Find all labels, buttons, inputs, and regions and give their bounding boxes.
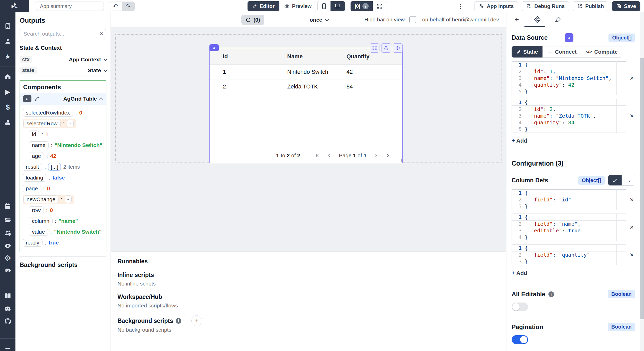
remove-item-button[interactable]: ×: [630, 75, 634, 81]
fullscreen-button[interactable]: [373, 1, 387, 11]
folder-icon[interactable]: [4, 216, 12, 223]
app-canvas[interactable]: a IdNameQuantity 1Nintendo Switch422Zeld…: [111, 27, 506, 251]
expand-component-button[interactable]: [370, 43, 379, 53]
output-key-chip[interactable]: selectedRowIndex: [23, 109, 73, 117]
expand-array-chip[interactable]: [...]: [48, 163, 61, 171]
app-summary-input[interactable]: [36, 2, 104, 11]
insert-component-tab[interactable]: +: [506, 12, 527, 27]
desktop-view-button[interactable]: [331, 1, 345, 11]
column-header[interactable]: Quantity: [346, 53, 402, 60]
clear-search-icon[interactable]: ×: [100, 30, 103, 37]
aggrid-table-component[interactable]: a IdNameQuantity 1Nintendo Switch422Zeld…: [209, 48, 403, 163]
dollar-icon[interactable]: $: [4, 103, 12, 111]
output-row[interactable]: age:42: [23, 151, 103, 161]
json-code-editor[interactable]: 1{2 "id": 1,3 "name": "Nintendo Switch",…: [512, 61, 626, 95]
column-header[interactable]: Id: [223, 53, 287, 60]
more-menu-icon[interactable]: ⋮: [457, 2, 464, 10]
chevron-down-icon[interactable]: [104, 57, 108, 61]
table-row[interactable]: 1Nintendo Switch42: [210, 65, 402, 79]
json-code-editor[interactable]: 1{2 "field": "quantity"3}: [512, 244, 626, 265]
output-row[interactable]: id:1: [23, 129, 103, 140]
move-component-button[interactable]: [393, 43, 403, 53]
github-icon[interactable]: [4, 317, 12, 325]
mobile-view-button[interactable]: [318, 1, 331, 11]
redo-button[interactable]: ↷: [122, 2, 134, 11]
output-key-chip[interactable]: result: [23, 163, 42, 171]
remove-item-button[interactable]: ×: [630, 112, 634, 119]
table-row[interactable]: 2Zelda TOTK84: [210, 79, 402, 94]
remove-item-button[interactable]: ×: [630, 224, 634, 231]
audit-eye-icon[interactable]: [4, 242, 12, 250]
output-row[interactable]: name:"Nintendo Switch": [23, 140, 103, 151]
output-row[interactable]: newChange:-: [23, 194, 103, 205]
user-icon[interactable]: [4, 37, 12, 45]
refresh-mode-dropdown[interactable]: once: [310, 15, 328, 25]
output-key-chip[interactable]: id: [29, 130, 39, 138]
output-row[interactable]: page:0: [23, 183, 103, 194]
settings-gear-icon[interactable]: ⚙: [4, 254, 12, 262]
output-row[interactable]: ready:true: [23, 237, 103, 248]
remove-item-button[interactable]: ×: [630, 251, 634, 258]
aggrid-component-header[interactable]: a AgGrid Table: [20, 93, 106, 105]
outputs-count-button[interactable]: |0| i: [351, 1, 373, 11]
output-key-chip[interactable]: column: [29, 217, 53, 225]
state-row[interactable]: state State: [20, 65, 106, 76]
static-tab[interactable]: Static: [512, 46, 543, 58]
output-key-chip[interactable]: page: [23, 185, 41, 192]
star-icon[interactable]: ★: [4, 53, 12, 60]
component-settings-tab[interactable]: [527, 12, 548, 27]
ai-robot-icon[interactable]: [4, 266, 12, 274]
output-row[interactable]: result:[...]2 items: [23, 161, 103, 172]
output-row[interactable]: column:"name": [23, 216, 103, 226]
resize-handle[interactable]: [399, 159, 402, 162]
calendar-icon[interactable]: [4, 202, 12, 210]
column-header[interactable]: Name: [287, 53, 346, 60]
remove-item-button[interactable]: ×: [630, 196, 634, 203]
publish-button[interactable]: Publish: [573, 1, 608, 11]
workers-users-gear-icon[interactable]: [4, 229, 12, 237]
pagination-toggle[interactable]: [512, 335, 528, 344]
discord-icon[interactable]: [4, 305, 12, 313]
compute-tab[interactable]: </> Compute: [581, 46, 622, 58]
add-data-source-item-button[interactable]: + Add: [512, 137, 527, 144]
anchor-component-button[interactable]: [381, 43, 391, 53]
first-page-button[interactable]: [315, 153, 320, 158]
output-row[interactable]: selectedRowIndex:0: [23, 107, 103, 118]
chevron-up-icon[interactable]: [99, 97, 103, 101]
output-key-chip[interactable]: name: [29, 141, 49, 149]
search-outputs-input[interactable]: [20, 29, 106, 39]
hide-bar-checkbox[interactable]: [409, 16, 416, 23]
connect-mode-button[interactable]: →: [622, 175, 635, 185]
chevron-down-icon[interactable]: [104, 68, 108, 72]
cubes-icon[interactable]: [4, 119, 12, 126]
save-button[interactable]: Save: [612, 1, 640, 11]
editor-tab[interactable]: Editor: [248, 1, 279, 11]
all-editable-toggle[interactable]: [512, 303, 528, 311]
refresh-button[interactable]: (0): [241, 15, 264, 25]
output-key-chip[interactable]: age: [29, 152, 44, 160]
json-code-editor[interactable]: 1{2 "id": 2,3 "name": "Zelda TOTK",4 "qu…: [512, 99, 626, 133]
output-row[interactable]: value:"Nintendo Switch": [23, 226, 103, 237]
output-key-chip[interactable]: loading: [23, 174, 46, 182]
home-icon[interactable]: [4, 73, 12, 80]
preview-tab[interactable]: Preview: [279, 1, 316, 11]
add-column-def-button[interactable]: + Add: [512, 270, 527, 276]
output-key-chip[interactable]: selectedRow: [23, 120, 61, 127]
json-code-editor[interactable]: 1{2 "field": "id"3}: [512, 189, 626, 210]
styling-tab[interactable]: [548, 12, 568, 27]
panel-scrollbar-thumb[interactable]: [640, 58, 644, 319]
last-page-button[interactable]: [386, 153, 390, 158]
output-key-chip[interactable]: value: [29, 228, 48, 236]
ctx-row[interactable]: ctx App Context: [20, 54, 106, 65]
output-row[interactable]: loading:false: [23, 172, 103, 183]
prev-page-button[interactable]: [327, 153, 332, 158]
debug-runs-button[interactable]: Debug Runs: [522, 1, 569, 11]
runs-play-icon[interactable]: ▶: [4, 88, 12, 96]
collapse-arrow-icon[interactable]: →: [4, 343, 12, 351]
building-icon[interactable]: [4, 22, 12, 30]
undo-button[interactable]: ↶: [109, 2, 122, 11]
output-key-chip[interactable]: newChange: [23, 195, 58, 203]
windmill-logo[interactable]: [0, 0, 29, 12]
next-page-button[interactable]: [374, 153, 378, 158]
app-inputs-button[interactable]: App inputs: [474, 1, 518, 11]
